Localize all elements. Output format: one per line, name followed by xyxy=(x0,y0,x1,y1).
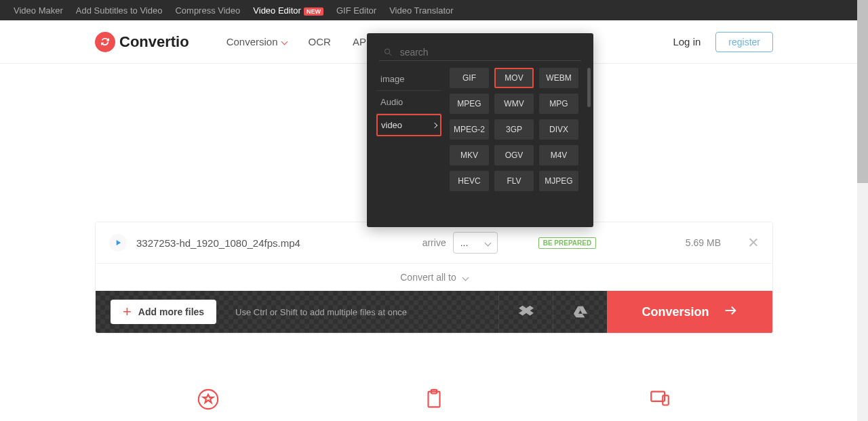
scrollbar-thumb[interactable] xyxy=(857,0,868,183)
add-more-files-button[interactable]: + Add more files xyxy=(111,300,216,324)
format-mkv[interactable]: MKV xyxy=(450,145,489,165)
search-icon xyxy=(383,47,393,58)
convert-all-to[interactable]: Convert all to xyxy=(96,264,772,291)
format-gif[interactable]: GIF xyxy=(450,68,489,88)
footer-bar: + Add more files Use Ctrl or Shift to ad… xyxy=(96,291,772,333)
chevron-down-icon xyxy=(484,239,491,246)
main-nav: Conversion OCR API xyxy=(226,36,369,47)
chevron-down-icon xyxy=(462,274,469,281)
brand-text: Convertio xyxy=(119,33,189,51)
play-icon xyxy=(109,234,127,252)
top-nav: Video Maker Add Subtitles to Video Compr… xyxy=(0,0,868,20)
category-video[interactable]: video xyxy=(376,114,441,136)
file-row: 3327253-hd_1920_1080_24fps.mp4 arrive ..… xyxy=(96,222,772,264)
register-button[interactable]: register xyxy=(715,32,773,52)
svg-point-0 xyxy=(198,390,217,409)
format-ogv[interactable]: OGV xyxy=(494,145,534,165)
format-m4v[interactable]: M4V xyxy=(539,145,578,165)
search-input[interactable] xyxy=(400,47,577,58)
page-scrollbar[interactable] xyxy=(857,0,868,421)
topnav-compress-video[interactable]: Compress Video xyxy=(175,5,240,16)
new-badge: NEW xyxy=(304,7,323,16)
format-mpeg2[interactable]: MPEG-2 xyxy=(450,119,489,140)
file-card: 3327253-hd_1920_1080_24fps.mp4 arrive ..… xyxy=(95,222,773,334)
format-flv[interactable]: FLV xyxy=(494,171,534,191)
filename: 3327253-hd_1920_1080_24fps.mp4 xyxy=(136,237,333,249)
format-mpeg[interactable]: MPEG xyxy=(450,94,489,114)
login-link[interactable]: Log in xyxy=(673,36,701,47)
category-audio[interactable]: Audio xyxy=(376,91,441,114)
search-box xyxy=(379,44,581,61)
topnav-video-maker[interactable]: Video Maker xyxy=(14,5,63,16)
file-size: 5.69 MB xyxy=(686,237,721,248)
topnav-add-subtitles[interactable]: Add Subtitles to Video xyxy=(76,5,163,16)
prepared-badge: BE PREPARED xyxy=(538,237,597,249)
star-icon xyxy=(197,388,220,414)
multi-file-hint: Use Ctrl or Shift to add multiple files … xyxy=(235,307,407,317)
format-divx[interactable]: DIVX xyxy=(539,119,578,140)
logo-icon xyxy=(95,32,115,52)
svg-point-5 xyxy=(384,49,389,54)
format-dropdown[interactable]: ... xyxy=(453,232,498,254)
logo[interactable]: Convertio xyxy=(95,32,189,52)
format-webm[interactable]: WEBM xyxy=(539,68,578,88)
scrollbar[interactable] xyxy=(587,68,591,107)
nav-ocr[interactable]: OCR xyxy=(309,36,331,47)
conversion-button[interactable]: Conversion xyxy=(607,291,772,333)
format-mov[interactable]: MOV xyxy=(494,68,534,88)
category-list: image Audio video xyxy=(376,68,441,191)
dropdown-value: ... xyxy=(460,237,469,248)
nav-conversion[interactable]: Conversion xyxy=(226,36,287,47)
chevron-right-icon xyxy=(432,122,437,127)
topnav-video-translator[interactable]: Video Translator xyxy=(389,5,453,16)
format-hevc[interactable]: HEVC xyxy=(450,171,489,191)
clipboard-icon xyxy=(422,388,446,414)
topnav-gif-editor[interactable]: GIF Editor xyxy=(336,5,376,16)
dropbox-button[interactable] xyxy=(498,291,553,333)
devices-icon xyxy=(648,388,671,414)
format-mjpeg[interactable]: MJPEG xyxy=(539,171,578,191)
format-panel: image Audio video GIF MOV WEBM MPEG WMV … xyxy=(367,33,593,227)
svg-rect-4 xyxy=(663,395,669,405)
cloud-icons xyxy=(498,291,607,333)
chevron-down-icon xyxy=(281,39,288,45)
arrow-right-icon xyxy=(723,303,738,321)
feature-icons xyxy=(95,388,773,414)
topnav-video-editor[interactable]: Video EditorNEW xyxy=(253,5,323,16)
format-mpg[interactable]: MPG xyxy=(539,94,578,114)
arrive-label: arrive xyxy=(422,237,446,248)
format-grid: GIF MOV WEBM MPEG WMV MPG MPEG-2 3GP DIV… xyxy=(450,68,584,191)
format-wmv[interactable]: WMV xyxy=(494,94,534,114)
category-image[interactable]: image xyxy=(376,68,441,91)
plus-icon: + xyxy=(123,307,132,317)
close-icon[interactable] xyxy=(748,237,759,248)
google-drive-button[interactable] xyxy=(553,291,607,333)
format-3gp[interactable]: 3GP xyxy=(494,119,534,140)
